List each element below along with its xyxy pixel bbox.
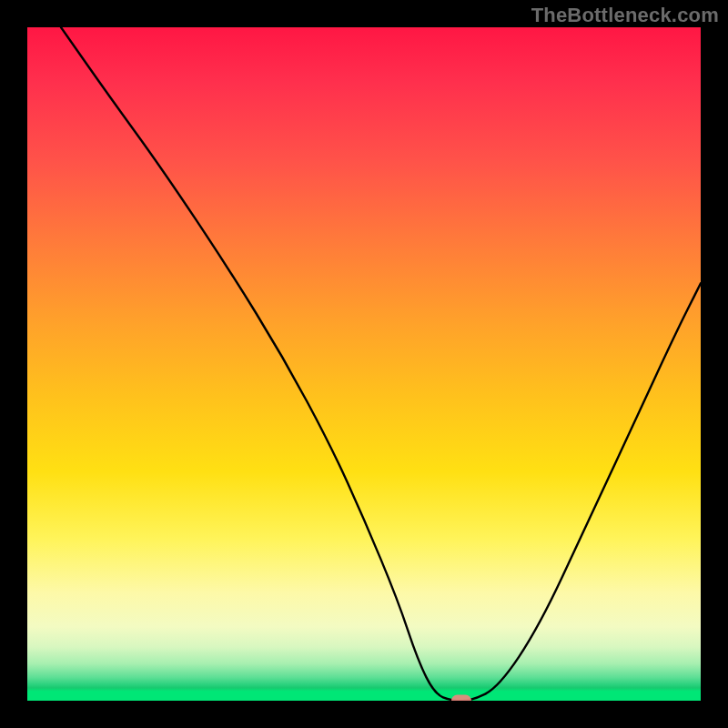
plot-area <box>27 27 701 701</box>
bottleneck-curve <box>27 27 701 701</box>
watermark-text: TheBottleneck.com <box>531 4 719 27</box>
chart-frame: TheBottleneck.com <box>0 0 728 728</box>
optimal-point-marker <box>451 695 471 702</box>
